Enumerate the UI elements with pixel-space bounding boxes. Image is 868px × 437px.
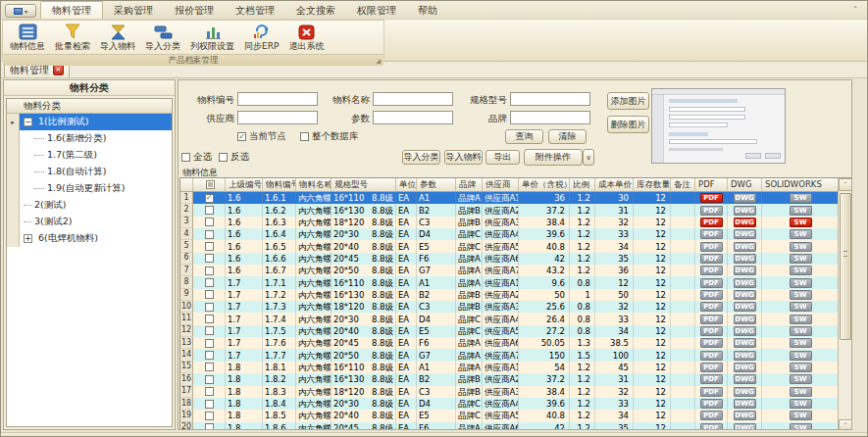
scroll-down-icon[interactable]: ˅ [839, 419, 852, 430]
search-field-supplier[interactable] [237, 111, 318, 124]
tree-item[interactable]: 3(测试2) [7, 214, 172, 230]
checkbox-invert-select[interactable]: 反选 [219, 151, 249, 164]
pdf-button[interactable]: PDF [700, 315, 723, 324]
row-checkbox[interactable] [193, 349, 226, 361]
row-checkbox[interactable] [193, 289, 226, 301]
pdf-button[interactable]: PDF [700, 411, 723, 420]
search-field-spec[interactable] [510, 92, 590, 106]
query-button[interactable]: 查询 [505, 129, 543, 144]
material-image-thumbnail[interactable] [651, 88, 786, 164]
column-header-parent[interactable]: 上级编号 [226, 178, 263, 191]
search-field-brand[interactable] [510, 111, 590, 124]
export-button[interactable]: 导出 [485, 150, 520, 165]
ribbon-button[interactable]: 批量检索 [50, 22, 95, 54]
table-row[interactable]: 181.81.8.4内六角螺栓420*308.8级EAD4品牌C供应商A439.… [180, 398, 840, 410]
pdf-button[interactable]: PDF [700, 374, 723, 384]
vertical-scrollbar[interactable]: ˄ ˅ [838, 178, 852, 430]
app-menu-button[interactable]: ▾ [5, 4, 36, 18]
row-checkbox[interactable] [193, 228, 226, 240]
sw-button[interactable]: SW [790, 315, 812, 324]
attachment-dropdown-icon[interactable]: ∨ [583, 149, 594, 166]
ribbon-button[interactable]: 列权限设置 [185, 22, 239, 54]
dwg-button[interactable]: DWG [734, 326, 756, 336]
pdf-button[interactable]: PDF [700, 206, 723, 216]
dwg-button[interactable]: DWG [734, 399, 756, 409]
clear-button[interactable]: 清除 [548, 129, 587, 144]
column-header-param[interactable]: 参数 [417, 178, 456, 191]
search-field-param[interactable] [373, 111, 453, 124]
row-checkbox[interactable] [193, 265, 226, 276]
ribbon-tab[interactable]: 物料管理 [40, 1, 103, 19]
column-header-spec[interactable]: 规格型号 [332, 178, 396, 191]
ribbon-button[interactable]: 同步ERP [239, 22, 283, 54]
column-header-price[interactable]: 单价（含税） [519, 178, 570, 191]
sw-button[interactable]: SW [790, 242, 812, 252]
ribbon-tab[interactable]: 采购管理 [103, 2, 164, 19]
dwg-button[interactable]: DWG [734, 278, 756, 288]
tree-item[interactable]: +6(电焊机物料) [7, 230, 172, 247]
column-header-pdf[interactable]: PDF [695, 178, 728, 191]
table-row[interactable]: 111.71.7.4内六角螺栓420*308.8级EAD4品牌C供应商A426.… [180, 313, 840, 324]
table-row[interactable]: 31.61.6.3内六角螺栓318*1208.8级EAC3品牌B供应商A338.… [180, 217, 840, 228]
sw-button[interactable]: SW [790, 423, 812, 430]
sw-button[interactable]: SW [790, 351, 812, 361]
ribbon-button[interactable]: 导入物料 [95, 22, 140, 54]
pdf-button[interactable]: PDF [700, 338, 723, 348]
table-row[interactable]: 51.61.6.5内六角螺栓520*408.8级EAE5品牌C供应商A540.8… [180, 240, 840, 252]
scrollbar-thumb[interactable] [840, 193, 851, 340]
tree-item[interactable]: ▸−1(比例测试) [7, 114, 172, 130]
pdf-button[interactable]: PDF [700, 302, 723, 312]
dwg-button[interactable]: DWG [734, 193, 756, 203]
ribbon-button[interactable]: 导入分类 [140, 22, 185, 54]
column-header-name[interactable]: 物料名称 [296, 178, 332, 191]
dwg-button[interactable]: DWG [734, 363, 756, 372]
tree-item[interactable]: 1.6(新增分类) [7, 130, 172, 147]
dwg-button[interactable]: DWG [734, 387, 756, 397]
pdf-button[interactable]: PDF [700, 326, 723, 336]
checkbox-whole-database[interactable]: 整个数据库 [300, 130, 359, 143]
pdf-button[interactable]: PDF [700, 218, 723, 227]
row-checkbox[interactable]: ✓ [193, 192, 226, 204]
table-row[interactable]: 161.81.8.2内六角螺栓216*1308.8级EAB2品牌B供应商A237… [180, 373, 840, 385]
tree-item[interactable]: 1.7(第二级) [7, 147, 172, 164]
row-checkbox[interactable] [193, 386, 226, 398]
column-header-unit[interactable]: 单位 [396, 178, 417, 191]
column-header-stock[interactable]: 库存数量 [634, 178, 671, 191]
table-row[interactable]: 151.81.8.1内六角螺栓116*1108.8级EAA1品牌A供应商A154… [180, 362, 840, 373]
table-row[interactable]: 1✓1.61.6.1内六角螺栓116*1108.8级EAA1品牌A供应商A136… [180, 192, 840, 204]
row-checkbox[interactable] [193, 313, 226, 324]
sw-button[interactable]: SW [790, 229, 812, 239]
row-checkbox[interactable] [193, 373, 226, 385]
row-checkbox[interactable] [193, 337, 226, 349]
pdf-button[interactable]: PDF [700, 242, 723, 252]
column-header-check[interactable] [193, 178, 226, 191]
tree-item[interactable]: 1.9(自动更新计算) [7, 180, 172, 197]
sw-button[interactable]: SW [790, 326, 812, 336]
table-row[interactable]: 191.81.8.5内六角螺栓520*408.8级EAE5品牌C供应商A540.… [180, 410, 840, 421]
ribbon-tab[interactable]: 全文搜索 [285, 2, 346, 19]
tree-item[interactable]: 1.8(自动计算) [7, 164, 172, 180]
dwg-button[interactable]: DWG [734, 254, 756, 264]
pdf-button[interactable]: PDF [700, 387, 723, 397]
sw-button[interactable]: SW [790, 206, 812, 216]
sw-button[interactable]: SW [790, 363, 812, 372]
checkbox-current-node[interactable]: ✓当前节点 [237, 130, 286, 143]
column-header-sw[interactable]: SOLIDWORKS [762, 178, 840, 191]
dwg-button[interactable]: DWG [734, 229, 756, 239]
table-row[interactable]: 91.71.7.2内六角螺栓216*1308.8级EAB2品牌B供应商A2501… [180, 289, 840, 301]
table-row[interactable]: 121.71.7.5内六角螺栓520*408.8级EAE5品牌C供应商A527.… [180, 325, 840, 337]
dwg-button[interactable]: DWG [734, 338, 756, 348]
table-row[interactable]: 131.71.7.6内六角螺栓620*458.8级EAF6品牌A供应商A650.… [180, 337, 840, 349]
dwg-button[interactable]: DWG [734, 206, 756, 216]
row-checkbox[interactable] [193, 276, 226, 288]
attachment-operations-button[interactable]: 附件操作 [524, 149, 583, 166]
ribbon-tab[interactable]: 权限管理 [346, 2, 407, 19]
dwg-button[interactable]: DWG [734, 411, 756, 420]
column-header-brand[interactable]: 品牌 [456, 178, 483, 191]
sw-button[interactable]: SW [790, 278, 812, 288]
ribbon-tab[interactable]: 帮助 [407, 2, 448, 19]
pdf-button[interactable]: PDF [700, 351, 723, 361]
ribbon-tab[interactable]: 文档管理 [225, 2, 285, 19]
dwg-button[interactable]: DWG [734, 218, 756, 227]
pdf-button[interactable]: PDF [700, 399, 723, 409]
